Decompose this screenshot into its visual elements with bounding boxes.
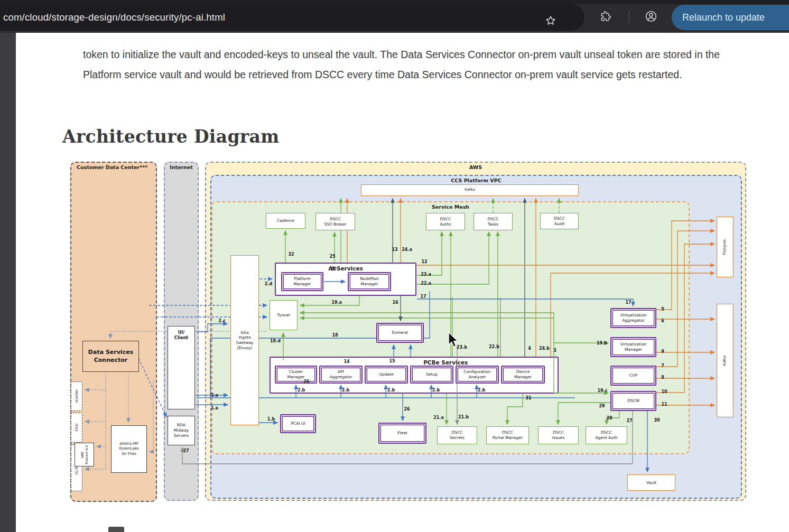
edge-label-21.a: 21.a: [433, 415, 444, 420]
kafka-right: Kafka: [717, 304, 734, 417]
edge-label-25: 25: [329, 254, 335, 259]
cluster-manager: Cluster Manager: [275, 366, 317, 384]
vcenter: vCenter: [71, 381, 82, 411]
cadence: Cadence: [266, 213, 305, 229]
architecture-diagram: Customer Data Center***InternetAWSCCS Pl…: [0, 0, 789, 532]
edge-label-26: 26: [303, 379, 309, 384]
mouse-cursor: [448, 332, 461, 348]
edge-label-7: 7: [661, 363, 664, 368]
edge-label-2.b: 2.b: [298, 388, 305, 393]
fleet: Fleet: [378, 423, 426, 444]
edge-label-9: 9: [661, 349, 664, 354]
edge-label-15: 15: [389, 359, 395, 363]
platform-manager: Platform Manager: [281, 272, 323, 291]
rda-midway-servers: RDA Midway Servers: [168, 416, 195, 445]
edge-label-22.b: 22.b: [489, 344, 499, 349]
edge-label-10: 10: [661, 389, 667, 394]
setup: Setup: [410, 366, 453, 384]
configuration-analyzer: Configuration Analyzer: [456, 366, 499, 384]
edge-label-27: 27: [183, 449, 189, 453]
edge-label-17: 17: [420, 294, 426, 299]
edge-label-19.d: 19.d: [270, 339, 281, 343]
data-services-connector: Data Services Connector: [82, 341, 139, 372]
virtualization-manager: Virtualization Manager: [610, 337, 656, 357]
edge-label-27: 27: [626, 418, 632, 423]
edge-label-2.b: 2.b: [342, 388, 349, 393]
edge-label-5: 5: [661, 307, 664, 312]
edge-label-28: 28: [606, 416, 612, 421]
ui-client: UI/ Client: [168, 326, 195, 409]
edge-label-20: 20: [330, 267, 336, 272]
edge-label-21.b: 21.b: [458, 415, 469, 419]
edge-label-29: 29: [599, 404, 605, 408]
dscc-issues: DSCC Issues: [538, 426, 579, 444]
edge-label-11: 11: [661, 402, 667, 407]
edge-label-17: 17: [625, 300, 631, 305]
nodepool-manager: NodePool Manager: [348, 272, 391, 291]
postgres: Postgres: [717, 217, 734, 277]
edge-label-19.b: 19.b: [597, 341, 607, 346]
device-manager: Device Manager: [501, 366, 545, 384]
edge-label-31: 31: [525, 396, 531, 400]
tunnel: Tunnel: [270, 300, 298, 330]
dscc-agent-auth: DSCC Agent Auth: [586, 426, 627, 444]
dscc-authz: DSCC Authz: [426, 213, 465, 230]
edge-label-22.a: 22.a: [421, 281, 431, 286]
edge-label-2.b: 2.b: [478, 388, 485, 393]
edge-label-8: 8: [661, 375, 664, 380]
istio-ingres-gateway: Istio Ingres Gateway (Envoy): [230, 255, 259, 425]
edge-label-1.b: 1.b: [267, 417, 275, 422]
edge-label-2.d: 2.d: [265, 282, 272, 286]
edge-label-18: 18: [332, 333, 338, 338]
edge-label-16: 16: [392, 300, 398, 305]
edge-label-12: 12: [421, 259, 427, 264]
dscc-tasks: DSCC Tasks: [474, 213, 513, 230]
esxi: ESXi: [71, 413, 82, 443]
edge-label-19.a: 19.a: [331, 300, 342, 305]
edge-label-6: 6: [661, 319, 664, 323]
edge-label-32: 32: [288, 252, 294, 257]
ezmeral: Ezmeral: [376, 323, 424, 343]
alletra-mp-greenlake: Alletra MP GreenLake for Files: [111, 425, 147, 473]
dscc-sso-broker: DSCC SSO Broker: [315, 213, 355, 230]
edge-label-24.a: 24.a: [402, 247, 412, 252]
kafka-top: Kafka: [361, 184, 579, 196]
edge-label-19.c: 19.c: [598, 388, 608, 393]
vault: Vault: [627, 474, 675, 491]
edge-label-3: 3: [553, 348, 556, 353]
edge-label-24.b: 24.b: [539, 346, 550, 351]
dscc-portal-manager: DSCC Portal Manager: [486, 426, 529, 444]
dscc-audit: DSCC Audit: [540, 213, 579, 229]
edge-label-2.b: 2.b: [432, 388, 440, 393]
update: Update: [365, 366, 408, 384]
edge-label-4: 4: [528, 346, 531, 351]
dscc-secrets: DSCC Secrets: [437, 426, 477, 444]
pcai-ui: PCAI UI: [280, 414, 316, 433]
edge-label-14: 14: [344, 359, 349, 364]
edge-label-2.b: 2.b: [387, 388, 395, 393]
cvp: CVP: [610, 366, 656, 386]
hpe-proliant: HPE ProLiant 8.0: [75, 443, 94, 466]
api-aggregator: API Aggregator: [319, 366, 363, 384]
edge-label-2.c: 2.c: [218, 319, 225, 323]
virtualization-aggregator: Virtualization Aggregator: [610, 308, 656, 328]
edge-label-13: 13: [392, 247, 397, 252]
edge-label-1.a: 1.a: [211, 406, 218, 410]
edge-label-23.a: 23.a: [421, 272, 431, 277]
edge-label-2.a: 2.a: [211, 393, 218, 398]
dscm: DSCM: [610, 391, 656, 411]
edge-label-26: 26: [404, 407, 410, 412]
edge-label-30: 30: [654, 418, 660, 423]
